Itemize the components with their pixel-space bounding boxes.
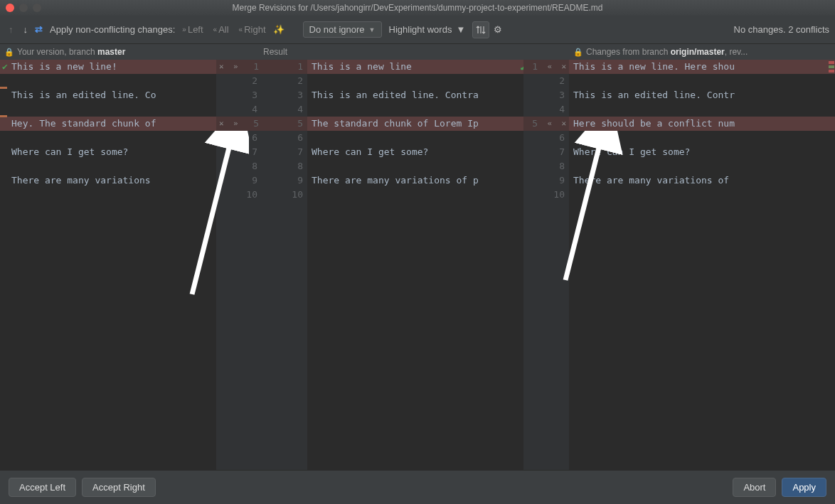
code-line[interactable] (0, 159, 216, 173)
code-line[interactable]: Where can I get some? (307, 145, 523, 159)
apply-left-link[interactable]: »Left (179, 23, 206, 36)
right-pane-header: 🔒 Changes from branch origin/master, rev… (569, 44, 835, 60)
code-line[interactable] (569, 102, 835, 117)
resolved-check-icon[interactable]: ✔ (0, 60, 10, 74)
gutter-row: 9 (262, 173, 307, 188)
gutter-row: 8 (216, 159, 262, 173)
code-line[interactable] (307, 159, 523, 173)
gutter-row: 1 (262, 60, 307, 74)
gutter-row: 9 (216, 173, 262, 188)
code-line[interactable] (569, 131, 835, 145)
reject-change-icon[interactable]: ✕ (561, 117, 566, 131)
gutter-row: 3 (216, 88, 262, 102)
result-pane[interactable]: ✔✔ This is a new lineThis is an edited l… (307, 60, 523, 470)
left-gutter: ✕»1234✕»5678910 (216, 60, 262, 470)
gutter-row: 3 (262, 88, 307, 102)
code-line[interactable]: Here should be a conflict num (569, 117, 835, 131)
code-line[interactable]: Hey. The standard chunk of (0, 117, 216, 131)
code-line[interactable] (307, 188, 523, 202)
magic-resolve-icon[interactable]: ✨ (273, 24, 284, 35)
pane-headers: 🔒 Your version, branch master Result 🔒 C… (0, 44, 835, 60)
left-pane[interactable]: ✔ This is a new line!This is an edited l… (0, 60, 216, 470)
gutter-row: 2 (216, 74, 262, 88)
code-line[interactable]: There are many variations (0, 173, 216, 188)
chevrons-left-icon: « (213, 26, 218, 33)
code-line[interactable]: This is an edited line. Co (0, 88, 216, 102)
left-pane-header: 🔒 Your version, branch master (0, 44, 216, 60)
gutter-row: 2 (262, 74, 307, 88)
reject-change-icon[interactable]: ✕ (561, 60, 566, 74)
highlight-mode-dropdown[interactable]: Highlight words▼ (386, 22, 469, 37)
gutter-row: 4 (262, 102, 307, 117)
gutter-row: 1«✕ (523, 60, 569, 74)
code-line[interactable]: Where can I get some? (569, 145, 835, 159)
gutter-row: 5«✕ (523, 117, 569, 131)
code-line[interactable] (569, 159, 835, 173)
code-line[interactable] (307, 102, 523, 117)
gutter-row: 10 (262, 188, 307, 202)
code-line[interactable]: This is a new line (307, 60, 523, 74)
apply-right-link[interactable]: «Right (236, 23, 269, 36)
code-line[interactable] (0, 74, 216, 88)
merge-toolbar: ↑ ↓ ⇄ Apply non-conflicting changes: »Le… (0, 16, 835, 44)
right-pane[interactable]: This is a new line. Here shouThis is an … (569, 60, 835, 470)
lock-icon: 🔒 (4, 48, 14, 57)
accept-change-icon[interactable]: » (233, 60, 238, 74)
gutter-row: 8 (523, 159, 569, 173)
gutter-row: 7 (216, 145, 262, 159)
titlebar: Merge Revisions for /Users/jahongirr/Dev… (0, 0, 835, 16)
code-line[interactable]: There are many variations of p (307, 173, 523, 188)
code-line[interactable] (0, 188, 216, 202)
gutter-row: 5 (262, 117, 307, 131)
accept-left-button[interactable]: Accept Left (9, 478, 76, 497)
reject-change-icon[interactable]: ✕ (219, 60, 224, 74)
conflict-marker[interactable] (829, 70, 834, 73)
gutter-row: 6 (523, 131, 569, 145)
gutter-row: 4 (523, 102, 569, 117)
code-line[interactable] (0, 102, 216, 117)
change-marker[interactable] (829, 65, 834, 68)
reject-change-icon[interactable]: ✕ (219, 117, 224, 131)
code-line[interactable] (307, 131, 523, 145)
code-line[interactable]: This is a new line! (0, 60, 216, 74)
gear-icon[interactable]: ⚙ (494, 24, 502, 35)
apply-all-link[interactable]: «All (211, 23, 232, 36)
bottom-bar: Accept Left Accept Right Abort Apply (0, 470, 835, 504)
accept-change-icon[interactable]: « (547, 117, 552, 131)
code-line[interactable]: This is an edited line. Contr (569, 88, 835, 102)
code-line[interactable] (0, 131, 216, 145)
code-line[interactable]: Where can I get some? (0, 145, 216, 159)
gutter-row: 10 (216, 188, 262, 202)
accept-change-icon[interactable]: « (547, 60, 552, 74)
result-left-gutter: 12345678910 (262, 60, 307, 470)
accept-right-button[interactable]: Accept Right (82, 478, 156, 497)
gutter-row: 6 (216, 131, 262, 145)
gutter-row: 7 (523, 145, 569, 159)
abort-button[interactable]: Abort (733, 478, 776, 497)
conflict-marker[interactable] (829, 61, 834, 64)
code-line[interactable] (307, 74, 523, 88)
scrollbar-markers (516, 60, 523, 470)
gutter-row: ✕»1 (216, 60, 262, 74)
code-line[interactable] (569, 74, 835, 88)
code-line[interactable]: There are many variations of (569, 173, 835, 188)
gutter-row: 7 (262, 145, 307, 159)
code-line[interactable]: This is an edited line. Contra (307, 88, 523, 102)
apply-button[interactable]: Apply (782, 478, 826, 497)
gutter-row: 8 (262, 159, 307, 173)
sync-scroll-icon (476, 25, 486, 35)
ignore-whitespace-dropdown[interactable]: Do not ignore▼ (303, 21, 382, 38)
code-line[interactable]: The standard chunk of Lorem Ip (307, 117, 523, 131)
change-marker (0, 87, 7, 89)
chevrons-left-icon: « (239, 26, 243, 33)
code-line[interactable] (569, 188, 835, 202)
accept-change-icon[interactable]: » (233, 117, 238, 131)
next-change-icon[interactable]: ↓ (21, 22, 31, 37)
code-line[interactable]: This is a new line. Here shou (569, 60, 835, 74)
gutter-row: 3 (523, 88, 569, 102)
swap-icon[interactable]: ⇄ (35, 24, 43, 35)
sync-scroll-button[interactable] (472, 21, 489, 38)
gutter-row: 10 (523, 188, 569, 202)
gutter-row: 4 (216, 102, 262, 117)
prev-change-icon[interactable]: ↑ (6, 22, 16, 37)
